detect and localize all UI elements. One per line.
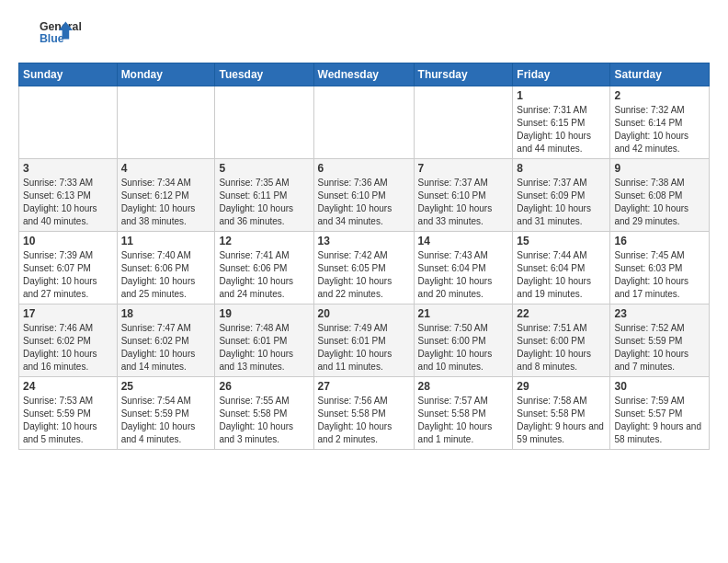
- day-number: 19: [219, 307, 309, 320]
- day-number: 22: [517, 307, 606, 320]
- calendar-cell: 17Sunrise: 7:46 AM Sunset: 6:02 PM Dayli…: [19, 304, 118, 377]
- weekday-header-wednesday: Wednesday: [313, 63, 414, 86]
- day-info: Sunrise: 7:46 AM Sunset: 6:02 PM Dayligh…: [23, 322, 113, 373]
- day-number: 4: [121, 162, 211, 175]
- calendar-cell: 1Sunrise: 7:31 AM Sunset: 6:15 PM Daylig…: [513, 86, 610, 159]
- calendar-cell: 21Sunrise: 7:50 AM Sunset: 6:00 PM Dayli…: [414, 304, 513, 377]
- calendar-cell: 9Sunrise: 7:38 AM Sunset: 6:08 PM Daylig…: [610, 159, 710, 232]
- weekday-header-thursday: Thursday: [414, 63, 513, 86]
- calendar-cell: 25Sunrise: 7:54 AM Sunset: 5:59 PM Dayli…: [117, 377, 215, 450]
- calendar-cell: 3Sunrise: 7:33 AM Sunset: 6:13 PM Daylig…: [19, 159, 118, 232]
- day-number: 12: [219, 235, 309, 247]
- calendar-cell: 18Sunrise: 7:47 AM Sunset: 6:02 PM Dayli…: [117, 304, 215, 377]
- calendar-cell: 26Sunrise: 7:55 AM Sunset: 5:58 PM Dayli…: [215, 377, 313, 450]
- day-number: 26: [219, 380, 309, 393]
- calendar-cell: 16Sunrise: 7:45 AM Sunset: 6:03 PM Dayli…: [610, 232, 710, 304]
- day-info: Sunrise: 7:39 AM Sunset: 6:07 PM Dayligh…: [23, 249, 113, 301]
- calendar: SundayMondayTuesdayWednesdayThursdayFrid…: [18, 63, 710, 450]
- day-number: 29: [517, 380, 606, 393]
- day-info: Sunrise: 7:43 AM Sunset: 6:04 PM Dayligh…: [418, 249, 509, 301]
- day-number: 2: [614, 89, 705, 102]
- calendar-cell: 8Sunrise: 7:37 AM Sunset: 6:09 PM Daylig…: [513, 159, 610, 232]
- day-number: 14: [418, 235, 509, 247]
- weekday-header-friday: Friday: [513, 63, 610, 86]
- calendar-cell: [19, 86, 118, 159]
- calendar-cell: [414, 86, 513, 159]
- calendar-cell: 12Sunrise: 7:41 AM Sunset: 6:06 PM Dayli…: [215, 232, 313, 304]
- day-info: Sunrise: 7:51 AM Sunset: 6:00 PM Dayligh…: [517, 322, 606, 373]
- calendar-cell: 14Sunrise: 7:43 AM Sunset: 6:04 PM Dayli…: [414, 232, 513, 304]
- calendar-cell: 2Sunrise: 7:32 AM Sunset: 6:14 PM Daylig…: [610, 86, 710, 159]
- day-number: 21: [418, 307, 509, 320]
- weekday-header-tuesday: Tuesday: [215, 63, 313, 86]
- day-info: Sunrise: 7:32 AM Sunset: 6:14 PM Dayligh…: [614, 104, 705, 155]
- week-row-1: 1Sunrise: 7:31 AM Sunset: 6:15 PM Daylig…: [19, 86, 710, 159]
- weekday-header-row: SundayMondayTuesdayWednesdayThursdayFrid…: [19, 63, 710, 86]
- day-number: 16: [614, 235, 705, 247]
- day-number: 5: [219, 162, 309, 175]
- day-number: 24: [23, 380, 113, 393]
- day-info: Sunrise: 7:41 AM Sunset: 6:06 PM Dayligh…: [219, 249, 309, 301]
- calendar-cell: 24Sunrise: 7:53 AM Sunset: 5:59 PM Dayli…: [19, 377, 118, 450]
- calendar-cell: [313, 86, 414, 159]
- day-info: Sunrise: 7:31 AM Sunset: 6:15 PM Dayligh…: [517, 104, 606, 155]
- day-number: 8: [517, 162, 606, 175]
- day-number: 18: [121, 307, 211, 320]
- day-info: Sunrise: 7:48 AM Sunset: 6:01 PM Dayligh…: [219, 322, 309, 373]
- calendar-cell: 23Sunrise: 7:52 AM Sunset: 5:59 PM Dayli…: [610, 304, 710, 377]
- day-info: Sunrise: 7:35 AM Sunset: 6:11 PM Dayligh…: [219, 177, 309, 228]
- logo-icon: General Blue: [18, 15, 92, 50]
- calendar-cell: [117, 86, 215, 159]
- day-info: Sunrise: 7:49 AM Sunset: 6:01 PM Dayligh…: [318, 322, 410, 373]
- day-info: Sunrise: 7:42 AM Sunset: 6:05 PM Dayligh…: [318, 249, 410, 301]
- calendar-cell: 15Sunrise: 7:44 AM Sunset: 6:04 PM Dayli…: [513, 232, 610, 304]
- calendar-cell: 27Sunrise: 7:56 AM Sunset: 5:58 PM Dayli…: [313, 377, 414, 450]
- day-info: Sunrise: 7:33 AM Sunset: 6:13 PM Dayligh…: [23, 177, 113, 228]
- day-number: 17: [23, 307, 113, 320]
- day-number: 10: [23, 235, 113, 247]
- logo: General Blue: [18, 15, 92, 53]
- weekday-header-monday: Monday: [117, 63, 215, 86]
- day-number: 15: [517, 235, 606, 247]
- day-info: Sunrise: 7:57 AM Sunset: 5:58 PM Dayligh…: [418, 395, 509, 446]
- day-number: 20: [318, 307, 410, 320]
- day-number: 30: [614, 380, 705, 393]
- week-row-3: 10Sunrise: 7:39 AM Sunset: 6:07 PM Dayli…: [19, 232, 710, 304]
- day-info: Sunrise: 7:34 AM Sunset: 6:12 PM Dayligh…: [121, 177, 211, 228]
- calendar-cell: 6Sunrise: 7:36 AM Sunset: 6:10 PM Daylig…: [313, 159, 414, 232]
- calendar-cell: 30Sunrise: 7:59 AM Sunset: 5:57 PM Dayli…: [610, 377, 710, 450]
- day-info: Sunrise: 7:37 AM Sunset: 6:10 PM Dayligh…: [418, 177, 509, 228]
- day-info: Sunrise: 7:50 AM Sunset: 6:00 PM Dayligh…: [418, 322, 509, 373]
- day-info: Sunrise: 7:36 AM Sunset: 6:10 PM Dayligh…: [318, 177, 410, 228]
- day-info: Sunrise: 7:55 AM Sunset: 5:58 PM Dayligh…: [219, 395, 309, 446]
- calendar-cell: 13Sunrise: 7:42 AM Sunset: 6:05 PM Dayli…: [313, 232, 414, 304]
- day-number: 25: [121, 380, 211, 393]
- header: General Blue: [18, 15, 710, 53]
- calendar-cell: 11Sunrise: 7:40 AM Sunset: 6:06 PM Dayli…: [117, 232, 215, 304]
- day-info: Sunrise: 7:58 AM Sunset: 5:58 PM Dayligh…: [517, 395, 606, 446]
- day-info: Sunrise: 7:54 AM Sunset: 5:59 PM Dayligh…: [121, 395, 211, 446]
- weekday-header-sunday: Sunday: [19, 63, 118, 86]
- day-info: Sunrise: 7:40 AM Sunset: 6:06 PM Dayligh…: [121, 249, 211, 301]
- calendar-cell: 19Sunrise: 7:48 AM Sunset: 6:01 PM Dayli…: [215, 304, 313, 377]
- calendar-cell: 5Sunrise: 7:35 AM Sunset: 6:11 PM Daylig…: [215, 159, 313, 232]
- calendar-cell: 29Sunrise: 7:58 AM Sunset: 5:58 PM Dayli…: [513, 377, 610, 450]
- day-info: Sunrise: 7:53 AM Sunset: 5:59 PM Dayligh…: [23, 395, 113, 446]
- calendar-cell: 28Sunrise: 7:57 AM Sunset: 5:58 PM Dayli…: [414, 377, 513, 450]
- calendar-cell: 7Sunrise: 7:37 AM Sunset: 6:10 PM Daylig…: [414, 159, 513, 232]
- day-number: 1: [517, 89, 606, 102]
- calendar-cell: 10Sunrise: 7:39 AM Sunset: 6:07 PM Dayli…: [19, 232, 118, 304]
- day-info: Sunrise: 7:59 AM Sunset: 5:57 PM Dayligh…: [614, 395, 705, 446]
- day-number: 9: [614, 162, 705, 175]
- page: General Blue SundayMondayTuesdayWednesda…: [0, 0, 728, 465]
- weekday-header-saturday: Saturday: [610, 63, 710, 86]
- week-row-5: 24Sunrise: 7:53 AM Sunset: 5:59 PM Dayli…: [19, 377, 710, 450]
- calendar-cell: [215, 86, 313, 159]
- day-number: 7: [418, 162, 509, 175]
- calendar-cell: 20Sunrise: 7:49 AM Sunset: 6:01 PM Dayli…: [313, 304, 414, 377]
- day-info: Sunrise: 7:45 AM Sunset: 6:03 PM Dayligh…: [614, 249, 705, 301]
- day-info: Sunrise: 7:47 AM Sunset: 6:02 PM Dayligh…: [121, 322, 211, 373]
- day-info: Sunrise: 7:52 AM Sunset: 5:59 PM Dayligh…: [614, 322, 705, 373]
- day-number: 27: [318, 380, 410, 393]
- week-row-2: 3Sunrise: 7:33 AM Sunset: 6:13 PM Daylig…: [19, 159, 710, 232]
